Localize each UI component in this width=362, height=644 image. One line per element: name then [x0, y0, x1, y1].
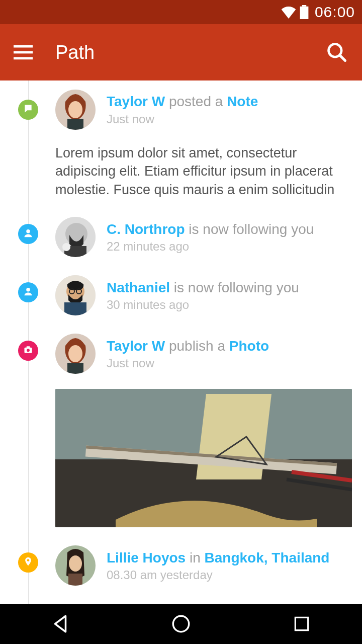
feed-item[interactable]: Taylor W publish a Photo Just now [0, 325, 362, 536]
svg-point-8 [26, 288, 30, 292]
avatar[interactable] [55, 217, 96, 257]
android-nav-bar [0, 604, 362, 644]
timeline-badge [18, 224, 38, 244]
svg-point-11 [27, 349, 30, 352]
feed-title: Lillie Hoyos in Bangkok, Thailand [107, 549, 329, 567]
feed-link-text[interactable]: Bangkok, Thailand [205, 550, 330, 566]
feed-body: Lorem ipsum dolor sit amet, consectetur … [55, 144, 352, 199]
wifi-icon [281, 6, 297, 19]
feed-item[interactable]: C. Northrop is now following you 22 minu… [0, 208, 362, 266]
svg-point-7 [26, 229, 30, 233]
timeline-badge [18, 552, 38, 573]
feed-item[interactable]: Taylor W posted a Note Just now Lorem ip… [0, 80, 362, 208]
feed-title: Taylor W posted a Note [107, 93, 258, 110]
svg-point-13 [173, 616, 189, 632]
person-icon [23, 286, 33, 298]
feed-title: C. Northrop is now following you [107, 221, 314, 238]
timeline-badge [18, 100, 38, 120]
feed-plain-text: publish a [165, 338, 229, 354]
timeline-badge [18, 341, 38, 361]
feed-title: Taylor W publish a Photo [107, 338, 269, 355]
svg-rect-3 [14, 51, 33, 54]
feed-plain-text: in [186, 550, 204, 566]
status-time: 06:00 [315, 4, 355, 21]
avatar[interactable] [55, 545, 96, 586]
recents-button[interactable] [282, 604, 322, 644]
feed-item[interactable]: Nathaniel is now following you 30 minute… [0, 266, 362, 325]
svg-point-12 [27, 559, 30, 561]
location-icon [23, 556, 33, 569]
feed-timestamp: 08.30 am yesterday [107, 568, 329, 582]
svg-rect-1 [302, 5, 306, 7]
feed-link-text[interactable]: Note [227, 94, 258, 109]
svg-line-6 [340, 55, 345, 61]
feed-timestamp: 22 minutes ago [107, 239, 314, 254]
avatar[interactable] [55, 334, 96, 374]
battery-icon [300, 5, 309, 19]
recents-icon [292, 614, 311, 633]
feed-timestamp: Just now [107, 112, 258, 126]
feed-plain-text: posted a [165, 94, 227, 109]
search-icon [326, 41, 348, 63]
search-button[interactable] [323, 38, 351, 66]
feed-item[interactable]: Lillie Hoyos in Bangkok, Thailand 08.30 … [0, 536, 362, 595]
feed-link-text[interactable]: C. Northrop [107, 221, 185, 237]
home-icon [170, 613, 192, 634]
svg-rect-10 [27, 347, 30, 348]
svg-rect-14 [295, 617, 308, 630]
avatar[interactable] [55, 90, 96, 130]
svg-rect-4 [14, 57, 33, 60]
person-icon [23, 228, 33, 240]
back-icon [50, 613, 71, 634]
feed-link-text[interactable]: Taylor W [107, 338, 165, 354]
app-bar: Path [0, 24, 362, 80]
feed-link-text[interactable]: Lillie Hoyos [107, 550, 186, 566]
feed-timestamp: Just now [107, 356, 269, 370]
camera-icon [23, 345, 33, 357]
timeline-badge [18, 282, 38, 302]
hamburger-icon [14, 45, 33, 60]
note-icon [23, 104, 33, 116]
feed-plain-text: is now following you [185, 221, 314, 237]
status-bar: 06:00 [0, 0, 362, 24]
avatar[interactable] [55, 275, 96, 315]
page-title: Path [55, 42, 323, 63]
feed-timestamp: 30 minutes ago [107, 298, 299, 312]
feed-link-text[interactable]: Nathaniel [107, 280, 170, 295]
menu-button[interactable] [11, 40, 35, 64]
feed-photo[interactable] [55, 389, 352, 527]
feed: Taylor W posted a Note Just now Lorem ip… [0, 80, 362, 604]
home-button[interactable] [161, 604, 201, 644]
feed-link-text[interactable]: Photo [229, 338, 269, 354]
feed-plain-text: is now following you [170, 280, 299, 295]
feed-link-text[interactable]: Taylor W [107, 94, 165, 109]
back-button[interactable] [40, 604, 80, 644]
feed-title: Nathaniel is now following you [107, 279, 299, 296]
svg-rect-2 [14, 45, 33, 48]
svg-rect-0 [300, 7, 309, 19]
